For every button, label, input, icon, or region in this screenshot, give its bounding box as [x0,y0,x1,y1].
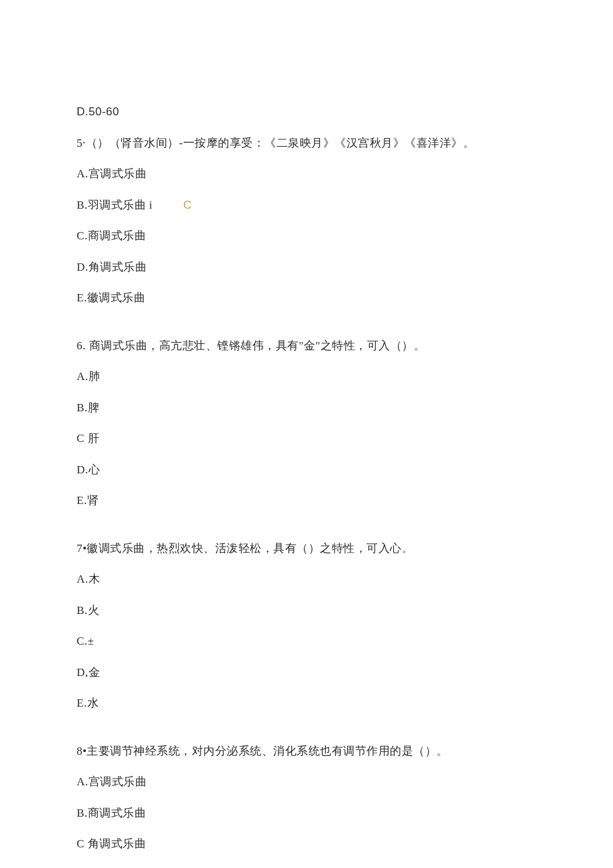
answer-marker: C [183,199,192,211]
text: B.火 [77,604,99,617]
text: 5·（）（肾音水间）-一按摩的享受：《二泉映月》《汉宫秋月》《喜洋洋》。 [77,137,474,149]
text: E.徽调式乐曲 [77,291,145,304]
option-e: E.水 [77,695,536,712]
question-7: 7•徽调式乐曲，热烈欢快、活泼轻松，具有（）之特性，可入心。 [77,540,536,557]
text: C 肝 [77,432,99,445]
option-b: B.火 [77,602,536,619]
option-c: C.± [77,633,536,650]
question-5: 5·（）（肾音水间）-一按摩的享受：《二泉映月》《汉宫秋月》《喜洋洋》。 [77,135,536,152]
option-d: D.角调式乐曲 [77,259,536,276]
text: 7•徽调式乐曲，热烈欢快、活泼轻松，具有（）之特性，可入心。 [77,542,413,555]
option-e: E.徽调式乐曲 [77,289,536,307]
option-c: C.商调式乐曲 [77,227,536,245]
question-6: 6. 商调式乐曲，高亢悲壮、铿锵雄伟，具有"金"之特性，可入（）。 [77,337,536,355]
option-e: E.肾 [77,492,536,509]
option-d: D,金 [77,664,536,681]
option-c: C 肝 [77,430,536,447]
text: E.肾 [77,494,99,507]
text: D.角调式乐曲 [77,261,147,273]
text: B.羽调式乐曲 i [77,199,153,211]
text: C.商调式乐曲 [77,229,146,242]
text: D.心 [77,463,100,476]
option-a: A.宫调式乐曲 [77,773,536,791]
option-d: D.心 [77,461,536,479]
option-b: B.商调式乐曲 [77,805,536,822]
text: E.水 [77,697,99,709]
option-a: A.宫调式乐曲 [77,165,536,183]
question-8: 8•主要调节神经系统，对内分泌系统、消化系统也有调节作用的是（）。 [77,743,536,760]
text: D.50-60 [77,105,119,118]
option-b: B.脾 [77,399,536,417]
option-a: A.木 [77,571,536,588]
text: C 角调式乐曲 [77,837,146,850]
option-c: C 角调式乐曲 [77,835,536,853]
text: A.宫调式乐曲 [77,775,147,788]
text: A.木 [77,573,100,585]
text: D,金 [77,666,100,679]
text: B.商调式乐曲 [77,807,146,819]
option-b-with-answer: B.羽调式乐曲 iC [77,197,536,214]
text: C.± [77,635,94,647]
option-d-line: D.50-60 [77,103,536,121]
text: 8•主要调节神经系统，对内分泌系统、消化系统也有调节作用的是（）。 [77,745,448,757]
text: B.脾 [77,401,99,414]
option-a: A.肺 [77,368,536,385]
text: A.宫调式乐曲 [77,167,147,180]
text: 6. 商调式乐曲，高亢悲壮、铿锵雄伟，具有"金"之特性，可入（）。 [77,339,425,352]
text: A.肺 [77,370,100,383]
